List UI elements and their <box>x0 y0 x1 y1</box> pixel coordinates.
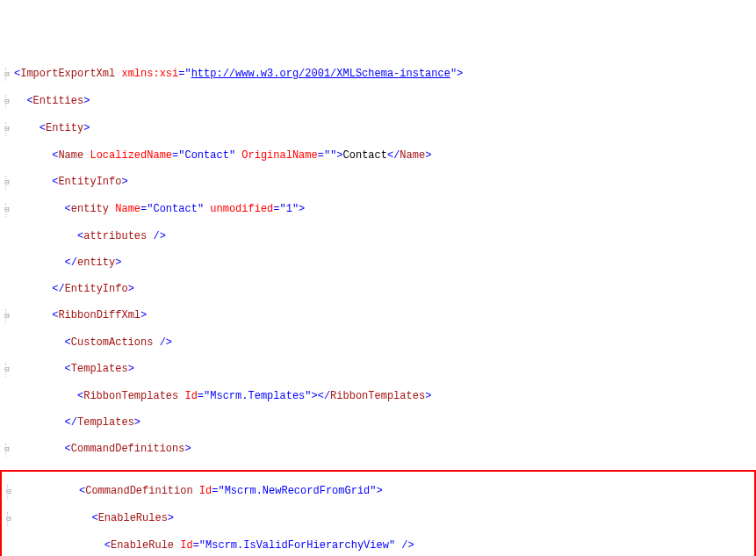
attributes-tag: attributes <box>83 230 147 242</box>
entity-inner-tag: entity <box>71 203 109 215</box>
commanddefs-tag: CommandDefinitions <box>71 443 185 455</box>
fold-gutter[interactable]: ⊟ <box>0 363 14 377</box>
xml-line: ⊟<ImportExportXml xmlns:xsi="http://www.… <box>0 68 756 82</box>
customactions-tag: CustomActions <box>71 336 154 349</box>
xml-line: </EntityInfo> <box>0 283 756 296</box>
root-tag: ImportExportXml <box>20 68 115 80</box>
fold-gutter[interactable]: ⊟ <box>2 485 16 499</box>
fold-gutter[interactable]: ⊟ <box>0 443 14 457</box>
fold-gutter[interactable]: ⊟ <box>0 95 14 109</box>
name-tag: Name <box>58 149 83 162</box>
fold-gutter[interactable]: ⊟ <box>0 309 14 323</box>
ribbontemplates-tag: RibbonTemplates <box>83 390 178 402</box>
enablerules-tag: EnableRules <box>98 512 168 524</box>
xml-line: <RibbonTemplates Id="Mscrm.Templates"></… <box>0 390 756 403</box>
xml-line: ⊟ <Templates> <box>0 363 756 377</box>
xml-line: ⊟ <CommandDefinition Id="Mscrm.NewRecord… <box>2 485 754 499</box>
xsi-url[interactable]: http://www.w3.org/2001/XMLSchema-instanc… <box>191 68 450 80</box>
entities-tag: Entities <box>33 95 84 107</box>
xml-line: <CustomActions /> <box>0 336 756 350</box>
xml-line: ⊟ <EnableRules> <box>2 512 754 526</box>
xml-line: ⊟ <Entities> <box>0 95 756 109</box>
xml-line: ⊟ <EntityInfo> <box>0 176 756 190</box>
xml-line: <EnableRule Id="Mscrm.IsValidForHierarch… <box>2 539 754 552</box>
enablerule-1: Mscrm.IsValidForHierarchyView <box>205 539 389 552</box>
xml-line: </Templates> <box>0 416 756 430</box>
commanddef-tag: CommandDefinition <box>85 485 192 497</box>
xml-line: ⊟ <RibbonDiffXml> <box>0 309 756 323</box>
entityinfo-tag: EntityInfo <box>58 176 121 188</box>
xml-code-viewer: ⊟<ImportExportXml xmlns:xsi="http://www.… <box>0 54 756 556</box>
fold-gutter[interactable]: ⊟ <box>0 203 14 217</box>
xml-line: ⊟ <Entity> <box>0 122 756 136</box>
ribbondiff-tag: RibbonDiffXml <box>58 309 140 321</box>
entity-tag: Entity <box>46 122 83 134</box>
fold-gutter[interactable]: ⊟ <box>2 512 16 526</box>
highlighted-block: ⊟ <CommandDefinition Id="Mscrm.NewRecord… <box>0 470 756 556</box>
templates-tag: Templates <box>71 363 128 375</box>
fold-gutter[interactable]: ⊟ <box>0 122 14 136</box>
fold-gutter[interactable]: ⊟ <box>0 176 14 190</box>
xml-line: <Name LocalizedName="Contact" OriginalNa… <box>0 149 756 162</box>
root-attr: xmlns:xsi <box>121 68 178 80</box>
xml-line: ⊟ <CommandDefinitions> <box>0 443 756 457</box>
xml-line: ⊟ <entity Name="Contact" unmodified="1"> <box>0 203 756 217</box>
fold-gutter[interactable]: ⊟ <box>0 68 14 82</box>
xml-line: <attributes /> <box>0 230 756 243</box>
xml-line: </entity> <box>0 256 756 270</box>
